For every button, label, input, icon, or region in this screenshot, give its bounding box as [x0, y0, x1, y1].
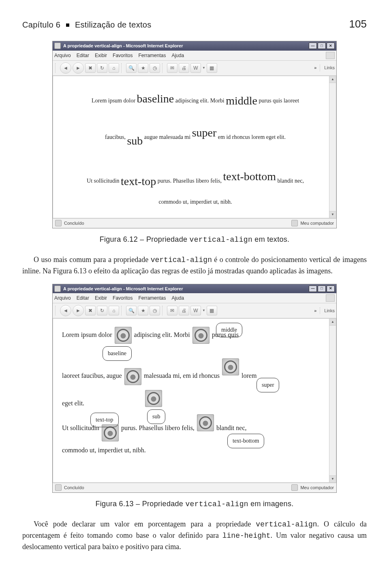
menu-ajuda[interactable]: Ajuda	[171, 294, 184, 302]
forward-button[interactable]: ►	[73, 62, 84, 74]
discuss-button[interactable]: ▦	[207, 306, 217, 315]
minimize-button[interactable]: —	[309, 43, 317, 49]
edit-button[interactable]: W	[190, 306, 201, 315]
text: purus. Phasellus libero felis,	[156, 178, 223, 184]
minimize-button[interactable]: —	[309, 285, 317, 292]
status-icon	[55, 484, 62, 491]
ie-logo-icon	[326, 52, 335, 59]
browser-window-1: A propriedade vertical-align - Microsoft…	[52, 41, 337, 228]
menu-arquivo[interactable]: Arquivo	[54, 294, 71, 302]
titlebar: A propriedade vertical-align - Microsoft…	[53, 41, 336, 51]
menu-exibir[interactable]: Exibir	[95, 294, 107, 302]
close-button[interactable]: ✕	[327, 43, 335, 49]
home-button[interactable]: ⌂	[109, 63, 119, 73]
menu-arquivo[interactable]: Arquivo	[54, 52, 71, 59]
word-baseline: baseline	[137, 92, 174, 105]
scroll-down-icon[interactable]: ▼	[329, 211, 336, 218]
text: O uso mais comum para a propriedade	[34, 256, 151, 264]
scroll-up-icon[interactable]: ▲	[329, 319, 336, 326]
scroll-down-icon[interactable]: ▼	[329, 475, 336, 482]
row-5: commodo ut, imperdiet ut, nibh.	[62, 446, 329, 455]
zone-text: Meu computador	[300, 220, 334, 227]
menu-ferramentas[interactable]: Ferramentas	[138, 52, 166, 59]
caption-tail: em imagens.	[248, 500, 294, 508]
paragraph-2: Você pode declarar um valor em porcentag…	[22, 519, 367, 552]
text: Lorem ipsum dolor	[62, 331, 114, 338]
tag-middle: middle	[216, 323, 242, 337]
word-middle: middle	[226, 94, 257, 107]
code-inline: vertical-align	[151, 256, 212, 264]
mail-button[interactable]: ✉	[167, 63, 177, 73]
close-button[interactable]: ✕	[327, 285, 335, 292]
back-button[interactable]: ◄	[60, 62, 71, 74]
refresh-button[interactable]: ↻	[97, 63, 107, 73]
text: purus. Phasellus libero felis,	[120, 424, 196, 431]
ie-logo-icon	[326, 294, 335, 302]
mail-button[interactable]: ✉	[167, 306, 177, 315]
text: augue malesuada mi	[143, 134, 192, 140]
sample-text-line-3: Ut sollicitudin text-top purus. Phasellu…	[62, 162, 329, 196]
maximize-button[interactable]: □	[318, 43, 326, 49]
page-number: 105	[349, 16, 367, 32]
scrollbar[interactable]: ▲ ▼	[329, 76, 336, 218]
menu-ajuda[interactable]: Ajuda	[171, 52, 184, 59]
history-button[interactable]: ◷	[150, 63, 160, 73]
favorites-button[interactable]: ★	[138, 306, 148, 315]
word-textbottom: text-bottom	[223, 170, 276, 183]
viewport: ▲ ▼ Lorem ipsum dolor baseline adipiscin…	[53, 76, 336, 219]
links-label[interactable]: Links	[320, 307, 335, 314]
firefox-icon	[192, 327, 209, 344]
menu-favoritos[interactable]: Favoritos	[113, 294, 133, 302]
figure-6-13: A propriedade vertical-align - Microsoft…	[22, 284, 367, 493]
word-sub: sub	[127, 134, 143, 147]
stop-button[interactable]: ✖	[85, 306, 96, 315]
figure-6-12-caption: Figura 6.12 – Propriedade vertical-align…	[22, 234, 367, 245]
row-1: Lorem ipsum dolor adipiscing elit. Morbi…	[62, 327, 329, 358]
print-button[interactable]: 🖨	[179, 63, 189, 73]
text: Ut sollicitudin	[87, 178, 121, 184]
menu-ferramentas[interactable]: Ferramentas	[138, 294, 166, 302]
chapter-label: Capítulo 6 Estilização de textos	[22, 19, 152, 31]
status-icon	[55, 220, 62, 226]
window-title: A propriedade vertical-align - Microsoft…	[63, 43, 183, 49]
menubar: Arquivo Editar Exibir Favoritos Ferramen…	[53, 51, 336, 61]
text: lorem	[240, 372, 256, 379]
discuss-button[interactable]: ▦	[207, 63, 217, 73]
maximize-button[interactable]: □	[318, 285, 326, 292]
firefox-icon	[222, 358, 239, 375]
status-text: Concluído	[64, 220, 84, 227]
menu-favoritos[interactable]: Favoritos	[113, 52, 133, 59]
page-icon	[54, 43, 61, 49]
sample-text-line-2: faucibus, sub augue malesuada mi super e…	[62, 118, 329, 156]
forward-button[interactable]: ►	[73, 305, 84, 316]
text: purus quis laoreet	[257, 98, 299, 104]
stop-button[interactable]: ✖	[85, 63, 96, 73]
print-button[interactable]: 🖨	[179, 306, 189, 315]
toolbar: ◄ ► ✖ ↻ ⌂ 🔍 ★ ◷ ✉ 🖨 W ▼ ▦ » Links	[53, 303, 336, 318]
row-3: eget elit. sub	[62, 390, 329, 414]
favorites-button[interactable]: ★	[138, 63, 148, 73]
menu-exibir[interactable]: Exibir	[95, 52, 107, 59]
figure-6-13-caption: Figura 6.13 – Propriedade vertical-align…	[22, 499, 367, 510]
menu-editar[interactable]: Editar	[77, 52, 89, 59]
links-label[interactable]: Links	[320, 64, 335, 71]
text: blandit nec,	[276, 178, 304, 184]
statusbar: Concluído Meu computador	[53, 218, 336, 228]
menu-editar[interactable]: Editar	[77, 294, 89, 302]
scrollbar[interactable]: ▲ ▼	[329, 319, 336, 482]
edit-button[interactable]: W	[190, 63, 201, 73]
caption-code: vertical-align	[185, 500, 248, 508]
status-text: Concluído	[64, 484, 84, 491]
scroll-up-icon[interactable]: ▲	[329, 76, 336, 83]
refresh-button[interactable]: ↻	[97, 306, 107, 315]
overflow-icon[interactable]: »	[314, 307, 316, 314]
home-button[interactable]: ⌂	[109, 306, 119, 315]
search-button[interactable]: 🔍	[126, 63, 137, 73]
window-title: A propriedade vertical-align - Microsoft…	[63, 285, 183, 292]
zone-text: Meu computador	[300, 484, 334, 491]
search-button[interactable]: 🔍	[126, 306, 137, 315]
text: laoreet faucibus, augue	[62, 372, 124, 379]
back-button[interactable]: ◄	[60, 305, 71, 316]
history-button[interactable]: ◷	[150, 306, 160, 315]
overflow-icon[interactable]: »	[314, 64, 316, 71]
